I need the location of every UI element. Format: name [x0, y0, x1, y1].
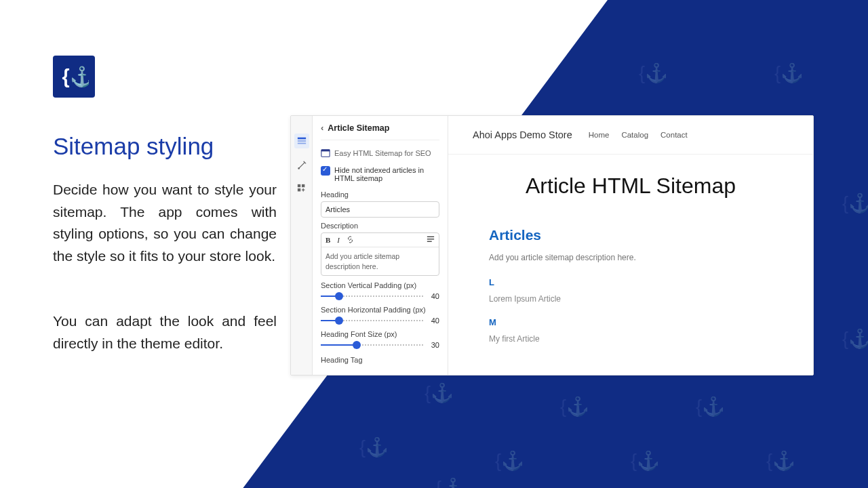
checkbox-label: Hide not indexed articles in HTML sitema…: [334, 166, 439, 182]
editor-icon-rail: [291, 116, 313, 375]
svg-rect-25: [427, 241, 432, 242]
slider-track[interactable]: [321, 293, 423, 299]
slider-label: Section Vertical Padding (px): [321, 281, 439, 289]
svg-text:{⚓}: {⚓}: [639, 62, 666, 84]
letter-heading-m: M: [489, 317, 772, 327]
slider-heading-font-size: Heading Font Size (px) 30: [321, 330, 439, 349]
sections-icon[interactable]: [294, 134, 309, 148]
svg-rect-22: [321, 150, 330, 152]
slider-value: 30: [427, 341, 439, 349]
app-embeds-icon[interactable]: [296, 182, 308, 195]
svg-text:{⚓}: {⚓}: [774, 62, 802, 84]
nav-link-home[interactable]: Home: [589, 131, 610, 139]
svg-text:{⚓}: {⚓}: [62, 65, 89, 89]
preview-description: Add you article sitemap description here…: [489, 253, 772, 262]
article-link[interactable]: My first Article: [489, 334, 772, 344]
article-link[interactable]: Lorem Ipsum Article: [489, 294, 772, 304]
slider-track[interactable]: [321, 342, 423, 348]
italic-icon[interactable]: I: [337, 236, 340, 244]
store-nav: Home Catalog Contact: [589, 131, 688, 139]
svg-rect-16: [297, 143, 305, 144]
heading-tag-label: Heading Tag: [321, 356, 439, 364]
nav-link-contact[interactable]: Contact: [660, 131, 688, 139]
slider-value: 40: [427, 317, 439, 325]
svg-rect-24: [427, 239, 434, 239]
svg-text:{⚓}: {⚓}: [359, 436, 387, 458]
slider-value: 40: [427, 292, 439, 300]
back-chevron-icon[interactable]: ‹: [321, 123, 323, 133]
app-logo: {⚓}: [53, 56, 95, 98]
intro-paragraph-1: Decide how you want to style your sitema…: [53, 179, 277, 267]
description-editor: B I Add you article sitemap description …: [321, 232, 439, 276]
svg-rect-20: [297, 188, 300, 191]
preview-heading: Article HTML Sitemap: [448, 155, 813, 227]
page-title: Sitemap styling: [53, 133, 277, 160]
svg-text:{⚓}: {⚓}: [842, 192, 868, 214]
letter-heading-l: L: [489, 277, 772, 287]
svg-text:{⚓}: {⚓}: [560, 395, 587, 418]
more-formatting-icon[interactable]: [427, 235, 435, 245]
settings-panel: ‹ Article Sitemap Easy HTML Sitemap for …: [313, 116, 448, 375]
panel-header[interactable]: ‹ Article Sitemap: [321, 123, 439, 140]
editor-screenshot: ‹ Article Sitemap Easy HTML Sitemap for …: [290, 115, 814, 375]
slider-track[interactable]: [321, 318, 423, 323]
svg-text:{⚓}: {⚓}: [495, 449, 522, 472]
slider-horizontal-padding: Section Horizontal Padding (px) 40: [321, 306, 439, 325]
heading-input[interactable]: [321, 201, 439, 218]
nav-link-catalog[interactable]: Catalog: [621, 131, 648, 139]
slider-thumb[interactable]: [353, 341, 361, 349]
heading-label: Heading: [321, 190, 439, 199]
svg-point-17: [298, 167, 300, 169]
slider-label: Heading Font Size (px): [321, 330, 439, 338]
svg-text:{⚓}: {⚓}: [696, 395, 723, 418]
checkbox-checked-icon[interactable]: [321, 166, 330, 176]
panel-title: Article Sitemap: [328, 123, 389, 133]
svg-rect-19: [302, 184, 304, 187]
svg-text:{⚓}: {⚓}: [766, 449, 793, 472]
bold-icon[interactable]: B: [326, 236, 330, 244]
slider-thumb[interactable]: [335, 317, 343, 325]
description-textarea[interactable]: Add you article sitemap description here…: [321, 247, 439, 275]
svg-rect-15: [297, 140, 305, 142]
svg-text:{⚓}: {⚓}: [631, 449, 658, 472]
app-row[interactable]: Easy HTML Sitemap for SEO: [321, 147, 439, 166]
description-label: Description: [321, 222, 439, 230]
rte-toolbar: B I: [321, 233, 439, 247]
svg-rect-14: [297, 138, 305, 140]
intro-paragraph-2: You can adapt the look and feel directly…: [53, 310, 277, 354]
slider-vertical-padding: Section Vertical Padding (px) 40: [321, 281, 439, 300]
preview-section-heading: Articles: [489, 227, 772, 243]
app-icon: [321, 148, 330, 158]
svg-rect-18: [297, 184, 300, 187]
link-icon[interactable]: [347, 236, 354, 245]
store-header: Ahoi Apps Demo Store Home Catalog Contac…: [448, 116, 813, 155]
slider-thumb[interactable]: [335, 292, 343, 300]
store-title: Ahoi Apps Demo Store: [473, 129, 572, 140]
theme-settings-icon[interactable]: [296, 159, 308, 171]
svg-rect-23: [427, 237, 434, 237]
left-column: {⚓} Sitemap styling Decide how you want …: [53, 56, 277, 354]
app-name: Easy HTML Sitemap for SEO: [334, 149, 431, 157]
svg-text:{⚓}: {⚓}: [842, 327, 868, 350]
hide-articles-checkbox-row[interactable]: Hide not indexed articles in HTML sitema…: [321, 166, 439, 182]
svg-text:{⚓}: {⚓}: [425, 382, 452, 404]
slider-label: Section Horizontal Padding (px): [321, 306, 439, 314]
preview-pane: Ahoi Apps Demo Store Home Catalog Contac…: [448, 116, 813, 375]
svg-text:{⚓}: {⚓}: [435, 476, 462, 488]
